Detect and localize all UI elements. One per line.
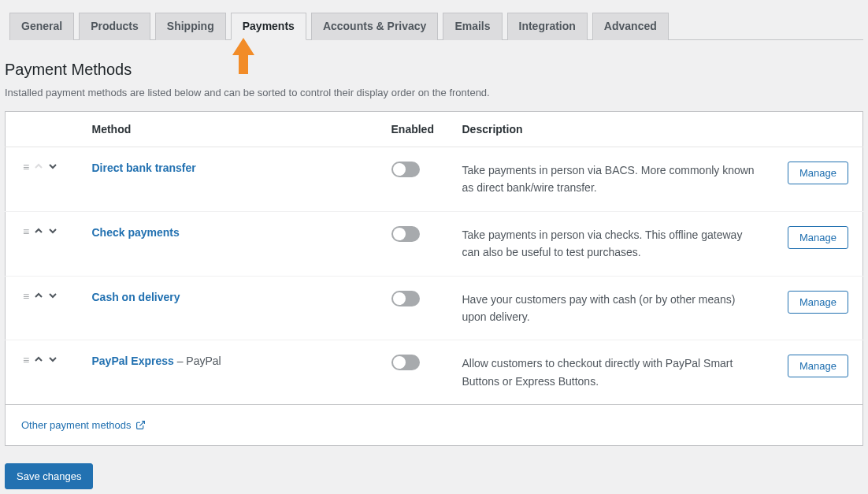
page-title: Payment Methods	[5, 61, 863, 79]
manage-button[interactable]: Manage	[788, 226, 848, 249]
manage-button[interactable]: Manage	[788, 291, 848, 314]
other-payment-methods-link[interactable]: Other payment methods	[21, 419, 146, 431]
move-up-icon[interactable]	[34, 291, 43, 302]
move-up-icon[interactable]	[34, 355, 43, 366]
manage-button[interactable]: Manage	[788, 355, 848, 377]
toggle-knob-icon	[393, 228, 406, 240]
method-description: Take payments in person via checks. This…	[462, 226, 762, 262]
move-down-icon[interactable]	[48, 162, 57, 173]
table-row: ≡Cash on deliveryHave your customers pay…	[6, 276, 863, 340]
enabled-toggle[interactable]	[391, 162, 420, 177]
move-down-icon[interactable]	[48, 355, 57, 366]
method-link[interactable]: Check payments	[92, 226, 180, 239]
move-up-icon[interactable]	[34, 226, 43, 237]
enabled-toggle[interactable]	[391, 226, 420, 242]
method-link[interactable]: Direct bank transfer	[92, 162, 196, 174]
col-method-header: Method	[84, 112, 384, 147]
col-enabled-header: Enabled	[384, 112, 454, 147]
enabled-toggle[interactable]	[391, 291, 420, 306]
toggle-knob-icon	[393, 292, 406, 305]
method-link[interactable]: Cash on delivery	[92, 291, 180, 303]
payment-methods-table: Method Enabled Description ≡Direct bank …	[5, 111, 863, 405]
col-description-header: Description	[454, 112, 777, 147]
external-link-icon	[135, 420, 146, 430]
tab-advanced[interactable]: Advanced	[592, 13, 669, 40]
method-link[interactable]: PayPal Express	[92, 355, 174, 367]
save-changes-button[interactable]: Save changes	[5, 463, 93, 489]
method-description: Allow customers to checkout directly wit…	[462, 355, 762, 390]
table-row: ≡Check paymentsTake payments in person v…	[6, 211, 863, 276]
toggle-knob-icon	[393, 356, 406, 369]
col-manage-header	[777, 112, 863, 147]
tab-payments[interactable]: Payments	[231, 13, 306, 40]
tab-integration[interactable]: Integration	[507, 13, 588, 40]
sort-controls: ≡	[13, 226, 76, 237]
table-footer: Other payment methods	[5, 405, 863, 446]
other-payment-methods-label: Other payment methods	[21, 419, 131, 431]
move-up-icon	[34, 162, 43, 173]
tab-accounts-privacy[interactable]: Accounts & Privacy	[311, 13, 439, 40]
sort-controls: ≡	[13, 291, 76, 302]
drag-handle-icon[interactable]: ≡	[23, 226, 29, 237]
manage-button[interactable]: Manage	[788, 162, 848, 184]
settings-tabs: GeneralProductsShippingPaymentsAccounts …	[9, 0, 863, 40]
toggle-knob-icon	[393, 163, 406, 176]
tab-emails[interactable]: Emails	[443, 13, 502, 40]
move-down-icon[interactable]	[48, 226, 57, 237]
drag-handle-icon[interactable]: ≡	[23, 162, 29, 173]
tab-products[interactable]: Products	[79, 13, 150, 40]
drag-handle-icon[interactable]: ≡	[23, 355, 29, 366]
table-row: ≡Direct bank transferTake payments in pe…	[6, 147, 863, 212]
move-down-icon[interactable]	[48, 291, 57, 302]
method-description: Take payments in person via BACS. More c…	[462, 162, 762, 197]
col-sort-header	[6, 112, 84, 147]
page-subtext: Installed payment methods are listed bel…	[5, 87, 863, 98]
tab-shipping[interactable]: Shipping	[155, 13, 226, 40]
method-description: Have your customers pay with cash (or by…	[462, 291, 762, 326]
drag-handle-icon[interactable]: ≡	[23, 291, 29, 302]
method-suffix: – PayPal	[174, 355, 221, 367]
tab-general[interactable]: General	[9, 13, 74, 40]
enabled-toggle[interactable]	[391, 355, 420, 370]
sort-controls: ≡	[13, 162, 76, 173]
table-row: ≡PayPal Express – PayPalAllow customers …	[6, 340, 863, 405]
sort-controls: ≡	[13, 355, 76, 366]
